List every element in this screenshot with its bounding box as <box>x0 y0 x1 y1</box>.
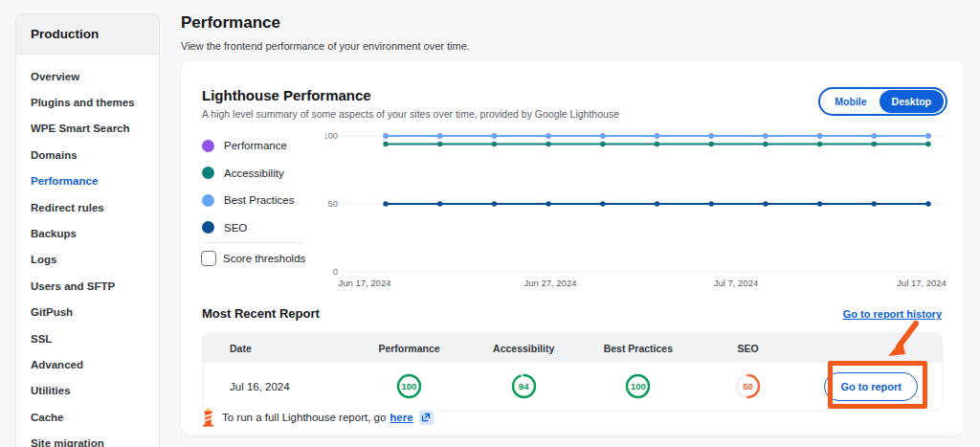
sidebar-item-advanced[interactable]: Advanced <box>16 351 159 377</box>
recent-report-table: DatePerformanceAccessibilityBest Practic… <box>202 332 943 411</box>
sidebar-item-domains[interactable]: Domains <box>16 142 159 168</box>
table-header-row: DatePerformanceAccessibilityBest Practic… <box>203 333 942 363</box>
report-date: Jul 16, 2024 <box>230 381 290 392</box>
score-value: 100 <box>396 373 422 399</box>
sidebar-item-plugins-and-themes[interactable]: Plugins and themes <box>16 89 159 115</box>
sidebar-item-backups[interactable]: Backups <box>16 220 159 246</box>
col-header-best-practices: Best Practices <box>581 343 696 354</box>
lighthouse-line-chart: 100500Jun 17, 2024Jun 27, 2024Jul 7, 202… <box>325 124 947 292</box>
col-header-seo: SEO <box>696 343 801 354</box>
sidebar-item-performance[interactable]: Performance <box>16 168 159 194</box>
report-history-link[interactable]: Go to report history <box>843 308 942 320</box>
external-link-icon[interactable] <box>419 411 434 425</box>
accessibility-score-cell: 94 <box>466 373 581 399</box>
legend-label: Performance <box>224 140 287 151</box>
report-button-cell: Go to report <box>800 372 942 401</box>
legend-dot-best-practices <box>202 194 214 207</box>
page-title: Performance <box>181 13 280 33</box>
chart-legend: PerformanceAccessibilityBest PracticesSE… <box>202 132 295 241</box>
legend-label: SEO <box>224 222 247 234</box>
score-thresholds-checkbox[interactable] <box>201 251 216 266</box>
svg-text:Jun 27, 2024: Jun 27, 2024 <box>524 278 577 288</box>
recent-report-heading: Most Recent Report <box>202 306 320 321</box>
environment-sidebar: Production OverviewPlugins and themesWPE… <box>15 13 160 447</box>
score-badge-performance: 100 <box>396 373 422 399</box>
page-subtitle: View the frontend performance of your en… <box>181 40 470 52</box>
lighthouse-icon <box>201 408 215 427</box>
performance-page: Production OverviewPlugins and themesWPE… <box>0 0 980 447</box>
toggle-option-desktop[interactable]: Desktop <box>880 90 944 113</box>
sidebar-item-gitpush[interactable]: GitPush <box>16 300 159 325</box>
score-badge-best-practices: 100 <box>625 373 651 399</box>
sidebar-item-overview[interactable]: Overview <box>16 63 159 89</box>
svg-text:100: 100 <box>325 130 338 141</box>
best-practices-score-cell: 100 <box>581 373 696 399</box>
sidebar-item-users-and-sftp[interactable]: Users and SFTP <box>16 273 159 299</box>
score-badge-accessibility: 94 <box>511 373 537 399</box>
svg-text:Jul 7, 2024: Jul 7, 2024 <box>714 278 758 288</box>
sidebar-item-utilities[interactable]: Utilities <box>16 378 159 404</box>
sidebar-nav: OverviewPlugins and themesWPE Smart Sear… <box>16 55 159 447</box>
legend-item-best-practices[interactable]: Best Practices <box>202 187 295 214</box>
legend-item-performance[interactable]: Performance <box>202 132 295 160</box>
legend-label: Accessibility <box>224 168 284 179</box>
lighthouse-note: To run a full Lighthouse report, go here <box>201 408 434 427</box>
svg-text:0: 0 <box>333 266 338 277</box>
card-subtitle: A high level summary of some aspects of … <box>202 108 619 120</box>
score-value: 94 <box>511 373 537 399</box>
sidebar-item-cache[interactable]: Cache <box>16 404 159 430</box>
score-thresholds-label: Score thresholds <box>223 253 305 264</box>
legend-divider <box>203 242 303 243</box>
svg-text:Jul 17, 2024: Jul 17, 2024 <box>897 278 947 288</box>
note-here-link[interactable]: here <box>390 412 412 423</box>
score-value: 50 <box>735 373 761 399</box>
toggle-option-mobile[interactable]: Mobile <box>822 90 879 113</box>
col-header-performance: Performance <box>352 343 467 354</box>
score-thresholds-control: Score thresholds <box>201 251 305 266</box>
legend-dot-performance <box>202 140 214 152</box>
legend-dot-seo <box>202 221 214 234</box>
sidebar-item-wpe-smart-search[interactable]: WPE Smart Search <box>16 116 159 142</box>
legend-label: Best Practices <box>224 194 295 206</box>
score-badge-seo: 50 <box>735 373 761 399</box>
svg-text:Jun 17, 2024: Jun 17, 2024 <box>339 278 391 288</box>
note-text: To run a full Lighthouse report, go <box>222 412 386 423</box>
col-header-accessibility: Accessibility <box>466 343 581 354</box>
sidebar-item-logs[interactable]: Logs <box>16 247 159 273</box>
sidebar-item-ssl[interactable]: SSL <box>16 325 159 351</box>
device-toggle: MobileDesktop <box>818 87 947 116</box>
legend-item-accessibility[interactable]: Accessibility <box>202 160 295 188</box>
score-value: 100 <box>625 373 651 399</box>
environment-name: Production <box>16 14 159 55</box>
lighthouse-card: Lighthouse Performance A high level summ… <box>181 61 964 436</box>
go-to-report-button[interactable]: Go to report <box>824 372 918 401</box>
sidebar-item-redirect-rules[interactable]: Redirect rules <box>16 194 159 220</box>
card-title: Lighthouse Performance <box>202 87 371 103</box>
legend-dot-accessibility <box>202 167 214 179</box>
performance-score-cell: 100 <box>352 373 467 399</box>
sidebar-item-site-migration[interactable]: Site migration <box>16 430 159 447</box>
report-date-cell: Jul 16, 2024 <box>203 381 352 392</box>
table-row: Jul 16, 2024 100 94 100 50 Go to report <box>203 363 942 410</box>
legend-item-seo[interactable]: SEO <box>202 214 295 242</box>
seo-score-cell: 50 <box>696 373 801 399</box>
col-header-date: Date <box>203 343 352 354</box>
svg-text:50: 50 <box>327 198 338 209</box>
